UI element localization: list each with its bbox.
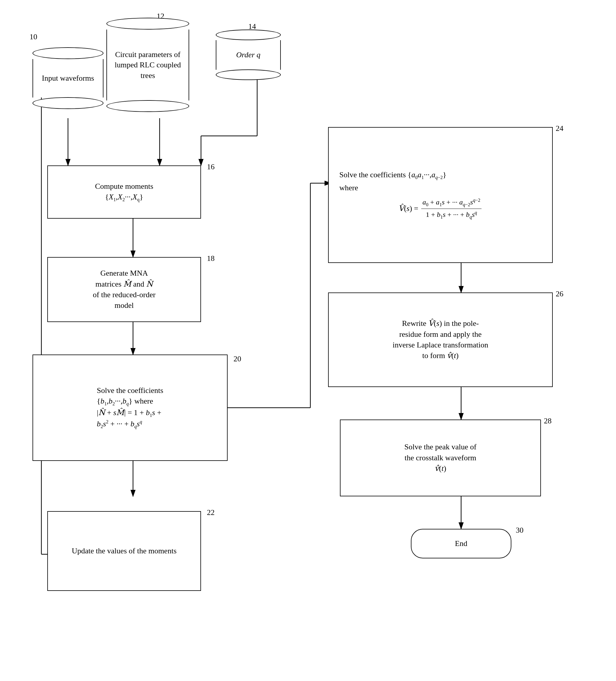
node-10-label: Input waveforms	[42, 73, 94, 83]
node-24-line1: Solve the coefficients {a0a1···,aq−2}	[339, 170, 542, 181]
node-22: Update the values of the moments	[47, 511, 201, 591]
node-10: Input waveforms	[32, 47, 103, 109]
node-20-line3: |N̂ + sM̂| = 1 + b1s +	[97, 407, 164, 419]
ref-20: 20	[233, 355, 241, 363]
node-28-label: Solve the peak value ofthe crosstalk wav…	[404, 442, 476, 474]
node-24-formula: V̂(s) = a0 + a1s + ··· aq−2sq−2 1 + b1s …	[339, 197, 542, 220]
ref-30: 30	[516, 526, 523, 535]
node-30-label: End	[455, 539, 467, 548]
node-30: End	[411, 529, 511, 558]
node-24-line2: where	[339, 183, 542, 193]
node-26-label: Rewrite V̂(s) in the pole-residue form a…	[393, 318, 488, 361]
ref-22: 22	[207, 508, 215, 517]
node-28: Solve the peak value ofthe crosstalk wav…	[340, 420, 541, 496]
node-16: Compute moments{X1,X2···,Xq}	[47, 166, 201, 219]
node-20-line1: Solve the coefficients	[97, 385, 164, 396]
ref-26: 26	[556, 289, 563, 298]
node-24: Solve the coefficients {a0a1···,aq−2} wh…	[328, 127, 553, 263]
diagram-container: Input waveforms 10 Circuit parameters of…	[0, 0, 616, 681]
ref-28: 28	[544, 417, 551, 425]
node-14-label: Order q	[236, 50, 261, 60]
node-12: Circuit parameters of lumped RLC coupled…	[106, 18, 189, 112]
node-22-label: Update the values of the moments	[72, 546, 177, 556]
node-20: Solve the coefficients {b1,b2···,bq} whe…	[32, 355, 228, 461]
node-18: Generate MNAmatrices M̂ and N̂of the red…	[47, 257, 201, 322]
node-18-label: Generate MNAmatrices M̂ and N̂of the red…	[93, 268, 155, 311]
node-20-line4: b2s2 + ··· + bqsq	[97, 419, 164, 430]
node-14: Order q	[216, 29, 281, 80]
ref-18: 18	[207, 254, 215, 263]
ref-24: 24	[556, 124, 563, 133]
node-26: Rewrite V̂(s) in the pole-residue form a…	[328, 293, 553, 387]
ref-10: 10	[29, 32, 37, 41]
node-12-label: Circuit parameters of lumped RLC coupled…	[112, 49, 184, 80]
node-16-label: Compute moments{X1,X2···,Xq}	[95, 181, 153, 203]
ref-16: 16	[207, 162, 215, 171]
node-20-line2: {b1,b2···,bq} where	[97, 396, 164, 407]
